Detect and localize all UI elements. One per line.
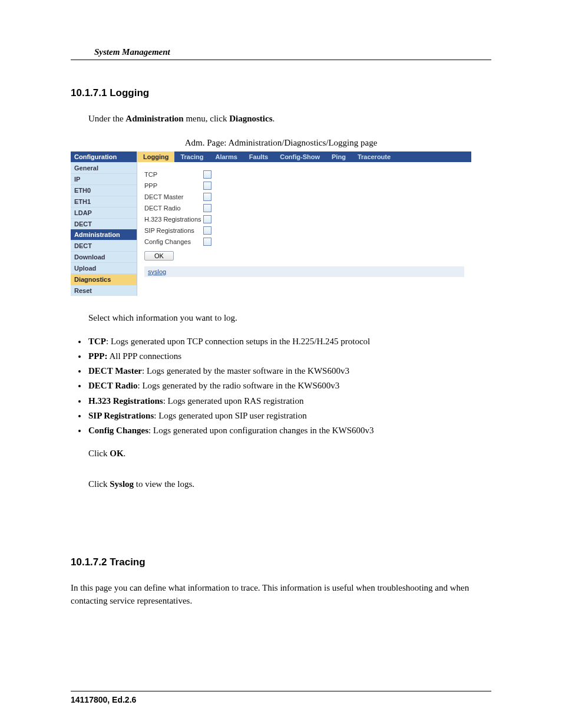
list-item: DECT Radio: Logs generated by the radio …: [87, 379, 491, 393]
click-ok-line: Click OK.: [71, 447, 491, 460]
bold-ok: OK: [110, 449, 123, 458]
tab-traceroute[interactable]: Traceroute: [352, 151, 396, 162]
sidebar-item-eth0[interactable]: ETH0: [71, 185, 137, 196]
checkbox-h323[interactable]: [203, 215, 211, 223]
tab-config-show[interactable]: Config-Show: [274, 151, 326, 162]
desc: : Logs generated by the master software …: [142, 366, 349, 375]
select-line: Select which information you want to log…: [71, 312, 491, 325]
desc: : Logs generated upon configuration chan…: [148, 426, 373, 435]
sidebar-item-reset[interactable]: Reset: [71, 285, 137, 296]
tracing-paragraph: In this page you can define what informa…: [71, 582, 491, 608]
click-syslog-line: Click Syslog to view the logs.: [71, 478, 491, 491]
option-row: DECT Radio: [144, 203, 464, 213]
sidebar-item-dect[interactable]: DECT: [71, 218, 137, 229]
syslog-link[interactable]: syslog: [144, 266, 464, 277]
section-heading-tracing: 10.1.7.2 Tracing: [71, 556, 491, 568]
option-row: H.323 Registrations: [144, 214, 464, 225]
option-label: DECT Radio: [144, 205, 203, 212]
checkbox-dect-master[interactable]: [203, 193, 211, 201]
section-heading-logging: 10.1.7.1 Logging: [71, 87, 491, 99]
term: SIP Registrations: [88, 411, 154, 420]
tab-ping[interactable]: Ping: [326, 151, 352, 162]
term: PPP:: [88, 351, 107, 361]
desc: : Logs generated upon TCP connection set…: [106, 337, 370, 346]
admin-screenshot: Configuration General IP ETH0 ETH1 LDAP …: [71, 151, 471, 296]
option-label: Config Changes: [144, 238, 203, 245]
text: Click: [88, 479, 110, 489]
text: Click: [88, 449, 110, 458]
checkbox-sip[interactable]: [203, 226, 211, 235]
list-item: DECT Master: Logs generated by the maste…: [87, 364, 491, 378]
sidebar-item-eth1[interactable]: ETH1: [71, 196, 137, 207]
desc: : Logs generated upon RAS registration: [163, 396, 304, 406]
sidebar-section-configuration: Configuration: [71, 151, 137, 162]
checkbox-config-changes[interactable]: [203, 238, 211, 246]
sidebar-section-administration: Administration: [71, 229, 137, 240]
option-row: TCP: [144, 169, 464, 180]
figure-caption: Adm. Page: Administration/Diagnostics/Lo…: [71, 138, 491, 148]
option-label: DECT Master: [144, 193, 203, 200]
tab-faults[interactable]: Faults: [243, 151, 274, 162]
logging-panel: TCP PPP DECT Master DECT Radio H.323 Reg…: [137, 162, 471, 282]
tab-logging[interactable]: Logging: [137, 151, 174, 162]
list-item: SIP Registrations: Logs generated upon S…: [87, 409, 491, 423]
tab-tracing[interactable]: Tracing: [174, 151, 209, 162]
text: .: [124, 449, 126, 458]
sidebar-item-general[interactable]: General: [71, 162, 137, 173]
ok-button[interactable]: OK: [144, 251, 174, 261]
option-label: PPP: [144, 182, 203, 189]
term: H.323 Registrations: [88, 396, 163, 406]
option-label: SIP Registrations: [144, 227, 203, 234]
sidebar-item-ip[interactable]: IP: [71, 173, 137, 185]
term: DECT Radio: [88, 381, 138, 390]
sidebar: Configuration General IP ETH0 ETH1 LDAP …: [71, 151, 137, 296]
term: TCP: [88, 337, 106, 346]
desc: : Logs generated by the radio software i…: [138, 381, 340, 390]
checkbox-dect-radio[interactable]: [203, 204, 211, 212]
text: to view the logs.: [134, 479, 194, 489]
option-label: TCP: [144, 171, 203, 178]
sidebar-item-dect-adm[interactable]: DECT: [71, 240, 137, 251]
sidebar-item-download[interactable]: Download: [71, 251, 137, 262]
option-row: PPP: [144, 180, 464, 191]
running-header: System Management: [71, 47, 491, 60]
term: Config Changes: [88, 426, 148, 435]
option-row: DECT Master: [144, 192, 464, 202]
text: Under the: [88, 114, 125, 123]
log-option-list: TCP: Logs generated upon TCP connection …: [87, 335, 491, 439]
option-label: H.323 Registrations: [144, 216, 203, 223]
list-item: Config Changes: Logs generated upon conf…: [87, 424, 491, 437]
sidebar-item-ldap[interactable]: LDAP: [71, 207, 137, 218]
sidebar-item-upload[interactable]: Upload: [71, 262, 137, 274]
bold-administration: Administration: [125, 114, 183, 123]
option-row: Config Changes: [144, 236, 464, 247]
list-item: TCP: Logs generated upon TCP connection …: [87, 335, 491, 348]
option-row: SIP Registrations: [144, 225, 464, 236]
desc: : Logs generated upon SIP user registrat…: [154, 411, 306, 420]
desc: All PPP connections: [107, 351, 181, 361]
term: DECT Master: [88, 366, 142, 375]
sidebar-item-diagnostics[interactable]: Diagnostics: [71, 274, 137, 285]
list-item: PPP: All PPP connections: [87, 350, 491, 363]
intro-line: Under the Administration menu, click Dia…: [71, 113, 491, 126]
bold-syslog: Syslog: [110, 479, 134, 489]
checkbox-tcp[interactable]: [203, 170, 211, 179]
checkbox-ppp[interactable]: [203, 182, 211, 190]
text: .: [272, 114, 275, 123]
main-area: Logging Tracing Alarms Faults Config-Sho…: [137, 151, 471, 282]
bold-diagnostics: Diagnostics: [229, 114, 272, 123]
tab-alarms[interactable]: Alarms: [210, 151, 243, 162]
text: menu, click: [184, 114, 229, 123]
page-footer: 14117800, Ed.2.6: [71, 691, 491, 704]
tab-bar: Logging Tracing Alarms Faults Config-Sho…: [137, 151, 471, 162]
list-item: H.323 Registrations: Logs generated upon…: [87, 394, 491, 408]
